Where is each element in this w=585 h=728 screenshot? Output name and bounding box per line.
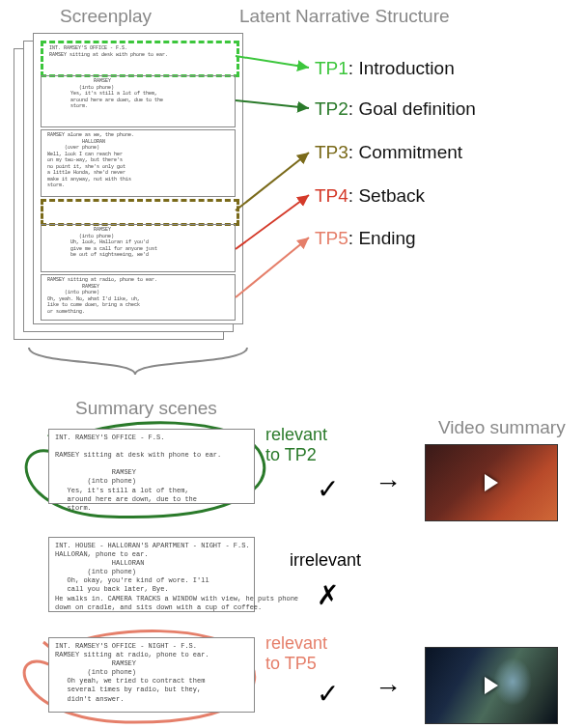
check-1: ✓: [317, 473, 339, 505]
tp2-name: TP2: [315, 98, 348, 119]
figure-root: { "top_labels": { "screenplay": "Screenp…: [0, 0, 585, 728]
summary-box-1: INT. RAMSEY'S OFFICE - F.S. RAMSEY sitti…: [48, 429, 255, 504]
label-screenplay: Screenplay: [60, 6, 152, 27]
tp5-label: TP5: Ending: [315, 228, 416, 249]
irrelevant-label: irrelevant: [290, 550, 361, 571]
tp4-name: TP4: [315, 185, 348, 206]
tp2-label: TP2: Goal definition: [315, 98, 476, 120]
tp4-label: TP4: Setback: [315, 185, 425, 207]
cross-1: ✗: [317, 579, 339, 611]
svg-line-4: [236, 238, 309, 297]
tp3-box: RAMSEY alone as we, the phone. HALLORAN …: [41, 129, 236, 197]
tp5-desc: Ending: [358, 228, 415, 248]
tp2-box: RAMSEY (into phone) Yes, it's still a lo…: [41, 75, 236, 127]
tp3-label: TP3: Commitment: [315, 142, 462, 163]
tp2-desc: Goal definition: [358, 98, 475, 119]
arrow-2: →: [375, 672, 402, 703]
tp1-desc: Introduction: [358, 58, 454, 78]
summary-box-3-text: INT. RAMSEY'S OFFICE - NIGHT - F.S. RAMS…: [55, 642, 209, 704]
tp1-name: TP1: [315, 58, 348, 78]
relevant-tp2-label: relevant to TP2: [265, 425, 327, 465]
tp1-text: INT. RAMSEY'S OFFICE - F.S. RAMSEY sitti…: [49, 45, 168, 58]
video-thumb-1: [425, 444, 558, 521]
summary-box-1-text: INT. RAMSEY'S OFFICE - F.S. RAMSEY sitti…: [55, 434, 221, 513]
check-2: ✓: [317, 678, 339, 710]
svg-line-3: [236, 195, 309, 249]
tp2-text: RAMSEY (into phone) Yes, it's still a lo…: [70, 78, 163, 110]
svg-line-0: [236, 56, 309, 68]
svg-line-2: [236, 153, 309, 210]
tp3-desc: Commitment: [358, 142, 462, 162]
tp4-box: RAMSEY (into phone) Uh, look, Halloran i…: [41, 224, 236, 272]
summary-box-2-text: INT. HOUSE - HALLORAN'S APARTMENT - NIGH…: [55, 542, 298, 612]
thumb2-highlight: [493, 658, 532, 706]
tp3-name: TP3: [315, 142, 348, 162]
tp5-box: RAMSEY sitting at radio, phone to ear. R…: [41, 274, 236, 321]
tp5-text: RAMSEY sitting at radio, phone to ear. R…: [47, 277, 157, 315]
tp4-text: RAMSEY (into phone) Uh, look, Halloran i…: [70, 227, 157, 259]
tp3-text: RAMSEY alone as we, the phone. HALLORAN …: [47, 132, 134, 189]
tp4-desc: Setback: [358, 185, 425, 206]
svg-line-1: [236, 100, 309, 108]
label-video-summary: Video summary: [438, 417, 566, 438]
tp1-box: INT. RAMSEY'S OFFICE - F.S. RAMSEY sitti…: [41, 41, 239, 77]
summary-box-2: INT. HOUSE - HALLORAN'S APARTMENT - NIGH…: [48, 537, 255, 612]
label-summary-scenes: Summary scenes: [75, 398, 217, 419]
play-icon-1: [485, 474, 498, 491]
summary-box-3: INT. RAMSEY'S OFFICE - NIGHT - F.S. RAMS…: [48, 637, 255, 713]
label-latent: Latent Narrative Structure: [239, 6, 450, 27]
play-icon-2: [485, 677, 498, 694]
tp1-label: TP1: Introduction: [315, 58, 455, 79]
tp3-box-dash: [41, 199, 239, 226]
video-thumb-2: [425, 647, 558, 724]
relevant-tp5-label: relevant to TP5: [265, 633, 327, 674]
arrow-1: →: [375, 467, 402, 498]
tp5-name: TP5: [315, 228, 348, 248]
